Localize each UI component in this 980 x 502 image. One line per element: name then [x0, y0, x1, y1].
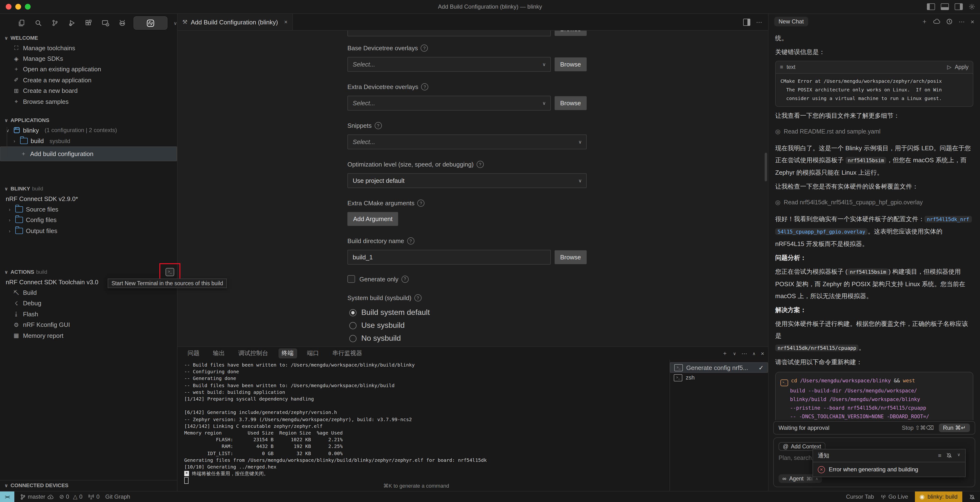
source-control-icon[interactable]: [50, 18, 60, 28]
add-argument-button[interactable]: Add Argument: [347, 212, 398, 226]
panel-tab-problems[interactable]: 问题: [184, 348, 203, 359]
toggle-secondary-sidebar-icon[interactable]: [955, 3, 963, 10]
radio-use-sysbuild[interactable]: [349, 322, 356, 329]
help-icon[interactable]: ?: [407, 237, 414, 245]
applications-header[interactable]: ∨APPLICATIONS: [0, 115, 177, 125]
radio-no-sysbuild[interactable]: [349, 335, 356, 342]
tree-item-config-files[interactable]: ›Config files: [0, 215, 177, 226]
notification-item[interactable]: ✕ Error when generating and building: [813, 462, 966, 477]
base-overlays-select[interactable]: Select...∨: [347, 57, 550, 72]
radio-build-system-default[interactable]: [349, 309, 356, 316]
notification-collapse-icon[interactable]: ∨: [957, 452, 960, 459]
toggle-sidebar-icon[interactable]: [927, 3, 935, 10]
new-terminal-icon[interactable]: ＋: [722, 349, 728, 357]
terminal-output[interactable]: -- Build files have been written to: /Us…: [178, 360, 670, 491]
stop-button[interactable]: Stop ⇧⌘⌫: [902, 424, 934, 431]
builddir-input[interactable]: build_1: [347, 250, 550, 265]
git-graph-item[interactable]: Git Graph: [105, 493, 130, 500]
action-kconfig[interactable]: ⚙nRF Kconfig GUI: [0, 319, 177, 330]
action-memory-report[interactable]: ▦Memory report: [0, 330, 177, 341]
cropped-browse-button[interactable]: Browse: [554, 30, 587, 36]
search-icon[interactable]: [33, 18, 43, 28]
remote-indicator[interactable]: ><: [0, 491, 14, 502]
terminal-list-item-generate-config[interactable]: >_ Generate config nrf5... ✓: [670, 362, 768, 373]
nrf-connect-icon[interactable]: [134, 16, 167, 30]
welcome-header[interactable]: ∨WELCOME: [0, 33, 177, 43]
cloud-icon[interactable]: [933, 19, 940, 24]
panel-tab-debug-console[interactable]: 调试控制台: [235, 348, 272, 359]
help-icon[interactable]: ?: [374, 122, 382, 129]
action-flash[interactable]: ⭳Flash: [0, 309, 177, 319]
tree-item-sdk-version[interactable]: nRF Connect SDK v2.9.0*: [0, 193, 177, 204]
git-branch-item[interactable]: master: [20, 493, 53, 500]
settings-gear-icon[interactable]: [969, 3, 975, 10]
cursor-tab-item[interactable]: Cursor Tab: [846, 493, 874, 500]
help-icon[interactable]: ?: [417, 199, 425, 207]
tree-item-source-files[interactable]: ›Source files: [0, 204, 177, 215]
chat-more-icon[interactable]: ⋯: [959, 18, 965, 25]
help-icon[interactable]: ?: [421, 45, 428, 52]
connected-devices-header[interactable]: ∨CONNECTED DEVICES: [0, 480, 177, 490]
tab-add-build-configuration[interactable]: ⚒ Add Build Configuration (blinky) ×: [178, 14, 293, 30]
close-chat-icon[interactable]: ×: [970, 18, 974, 25]
extra-overlays-select[interactable]: Select...∨: [347, 96, 550, 110]
run-approval-button[interactable]: Run ⌘↵: [939, 424, 970, 432]
bell-slash-icon[interactable]: [946, 452, 953, 459]
split-editor-icon[interactable]: [743, 18, 750, 25]
close-panel-icon[interactable]: ×: [761, 350, 764, 357]
history-icon[interactable]: [946, 18, 953, 25]
new-chat-icon[interactable]: ＋: [921, 17, 928, 26]
sidebar-item-browse-samples[interactable]: ⌖Browse samples: [0, 96, 177, 107]
sidebar-item-manage-toolchains[interactable]: ⛶Manage toolchains: [0, 43, 177, 53]
optimization-select[interactable]: Use project default∨: [347, 173, 587, 188]
help-icon[interactable]: ?: [477, 161, 484, 168]
read-file-row[interactable]: ◎Read README.rst and sample.yaml: [775, 126, 973, 138]
ports-item[interactable]: 0: [88, 493, 100, 500]
extra-overlays-browse-button[interactable]: Browse: [554, 96, 587, 110]
builddir-browse-button[interactable]: Browse: [554, 250, 587, 264]
editor-more-actions-icon[interactable]: ⋯: [756, 18, 762, 25]
extensions-icon[interactable]: [83, 18, 94, 28]
ai-assistant-icon[interactable]: [117, 18, 127, 28]
chat-messages[interactable]: 统。 关键错误信息是： ≡ text ▷ Apply CMake Error a…: [768, 29, 980, 420]
base-overlays-browse-button[interactable]: Browse: [554, 57, 587, 71]
panel-tab-serial-monitor[interactable]: 串行监视器: [329, 348, 366, 359]
actions-header[interactable]: ∨ACTIONSbuild: [0, 267, 177, 277]
tree-item-add-build-configuration[interactable]: ＋ Add build configuration: [0, 147, 177, 161]
terminal-dropdown-icon[interactable]: ∨: [733, 351, 736, 356]
panel-tab-terminal[interactable]: 终端: [278, 348, 297, 359]
tree-item-build[interactable]: › build sysbuild: [0, 135, 177, 147]
tree-item-blinky[interactable]: ∨ blinky (1 configuration | 2 contexts): [0, 125, 177, 135]
terminal-list-item-zsh[interactable]: >_ zsh: [670, 373, 768, 382]
activity-more-icon[interactable]: ∨: [173, 20, 177, 25]
tree-item-output-files[interactable]: ›Output files: [0, 225, 177, 236]
active-build-badge[interactable]: ◉ blinky: build: [915, 491, 962, 502]
problems-item[interactable]: ⊘0 △0: [59, 493, 82, 500]
help-icon[interactable]: ?: [421, 83, 428, 91]
cropped-select[interactable]: [347, 30, 550, 37]
sidebar-item-create-application[interactable]: ✐Create a new application: [0, 75, 177, 85]
toggle-panel-icon[interactable]: [941, 3, 949, 10]
panel-more-icon[interactable]: ⋯: [741, 350, 747, 357]
action-build[interactable]: ⛏Build: [0, 287, 177, 298]
help-icon[interactable]: ?: [401, 276, 409, 282]
editor-scrollbar[interactable]: [765, 153, 767, 182]
sidebar-item-open-application[interactable]: ＋Open an existing application: [0, 64, 177, 75]
sidebar-item-create-board[interactable]: ⊞Create a new board: [0, 85, 177, 96]
panel-tab-ports[interactable]: 端口: [304, 348, 322, 359]
explorer-icon[interactable]: [16, 18, 27, 28]
close-tab-icon[interactable]: ×: [284, 19, 288, 25]
go-live-item[interactable]: Go Live: [881, 493, 908, 500]
panel-tab-output[interactable]: 输出: [210, 348, 228, 359]
action-debug[interactable]: ☇Debug: [0, 298, 177, 309]
snippets-select[interactable]: Select...∨: [347, 134, 587, 149]
start-terminal-icon[interactable]: >_: [165, 268, 174, 276]
remote-explorer-icon[interactable]: [100, 18, 111, 28]
read-file-row[interactable]: ◎Read nrf54l15dk_nrf54l15_cpuapp_hpf_gpi…: [775, 197, 973, 209]
sidebar-item-manage-sdks[interactable]: ◈Manage SDKs: [0, 53, 177, 64]
clear-notifications-icon[interactable]: ≡: [938, 452, 942, 459]
apply-button[interactable]: Apply: [955, 61, 969, 73]
help-icon[interactable]: ?: [414, 294, 422, 301]
run-debug-icon[interactable]: [67, 18, 77, 28]
generate-only-checkbox[interactable]: [347, 275, 355, 283]
